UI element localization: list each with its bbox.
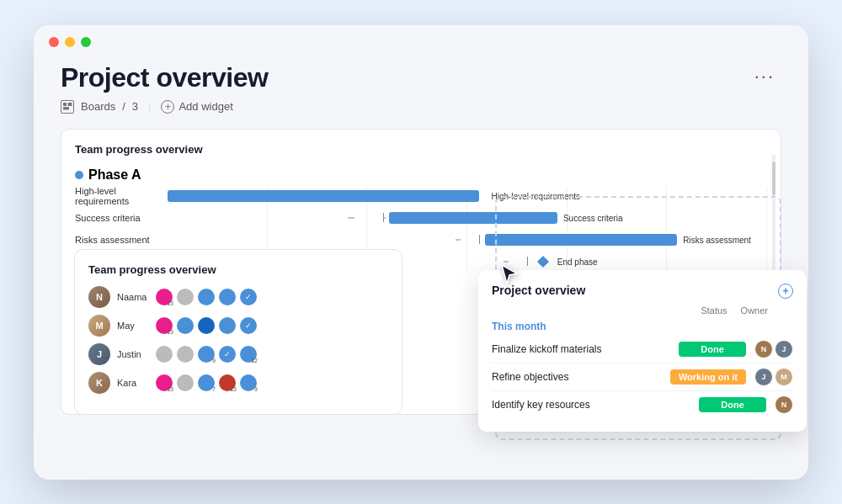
gantt-area-sc: Success criteria — [168, 209, 767, 227]
owner-avatar-1a: N — [754, 340, 773, 358]
owner-col-label: Owner — [741, 305, 768, 316]
gantt-bar-ra — [485, 234, 677, 246]
gantt-bar-text-ra: Risks assessment — [683, 235, 751, 244]
task-name-3: Identify key resources — [492, 399, 699, 411]
progress-title: Team progress overview — [88, 263, 388, 276]
dot-gray-2 — [156, 346, 173, 363]
dot-count-1: 12 — [240, 346, 257, 363]
owner-avatar-2a: J — [754, 368, 773, 386]
phase-a-label: Phase A — [75, 166, 767, 184]
add-widget-label: Add widget — [179, 100, 232, 113]
progress-widget: Team progress overview N Naama 13 ✓ M — [74, 249, 402, 415]
task-row-1: Finalize kickoff materials Done N J — [492, 336, 793, 363]
dot-blue-5: 9 — [198, 346, 215, 363]
scrollbar-thumb[interactable] — [772, 162, 775, 195]
dot-check-3: ✓ — [219, 346, 236, 363]
dot-red[interactable] — [49, 37, 59, 47]
more-button[interactable]: ··· — [748, 62, 781, 91]
add-circle-icon: + — [161, 100, 174, 114]
owner-avatar-2b: M — [775, 368, 793, 386]
user-name-kara: Kara — [117, 378, 149, 388]
svg-rect-2 — [63, 107, 69, 110]
task-name-1: Finalize kickoff materials — [492, 343, 679, 355]
task-row-3: Identify key resources Done N — [492, 391, 793, 418]
status-badge-2: Working on it — [670, 369, 746, 385]
dot-blue-3 — [177, 317, 194, 334]
phase-a-dot — [75, 171, 83, 179]
dot-pink-1: 13 — [156, 289, 173, 305]
gantt-label-hlr: High-level requirements — [75, 186, 168, 206]
card-title: Project overview — [492, 284, 793, 297]
card-header-row: Status Owner — [492, 305, 793, 316]
dot-blue-1 — [198, 289, 215, 305]
gantt-area-ra: Risks assessment — [168, 231, 767, 249]
plus-circle-button[interactable]: + — [778, 284, 793, 299]
dots-kara: 13 7 13 9 — [156, 374, 388, 391]
avatar-naama: N — [88, 286, 110, 308]
dot-pink-3: 13 — [156, 374, 173, 391]
widgets-area: Team progress overview Phase A — [61, 129, 781, 415]
dot-blue-4 — [219, 317, 236, 334]
avatar-may: M — [88, 315, 110, 337]
svg-rect-1 — [67, 103, 72, 106]
status-col-label: Status — [701, 305, 727, 316]
svg-rect-0 — [63, 103, 67, 106]
page-content: Project overview ··· Boards / 3 | + Add … — [34, 47, 808, 435]
owner-avatar-1b: J — [775, 340, 793, 358]
dot-gray-1 — [177, 289, 194, 305]
dot-blue-2 — [219, 289, 236, 305]
task-name-2: Refine objectives — [492, 371, 670, 383]
progress-row-kara: K Kara 13 7 13 9 — [88, 372, 388, 394]
cursor-pointer — [500, 263, 520, 287]
breadcrumb: Boards / 3 | + Add widget — [61, 100, 781, 114]
owner-avatars-3: N — [775, 395, 793, 414]
dot-pink-2: 13 — [156, 317, 173, 334]
dot-yellow[interactable] — [65, 37, 75, 47]
phase-a-text: Phase A — [88, 167, 141, 183]
page-header: Project overview ··· — [61, 62, 781, 93]
status-badge-3: Done — [699, 397, 766, 412]
boards-number: 3 — [132, 100, 138, 113]
dot-red-1: 13 — [219, 374, 236, 391]
gantt-row-ra: Risks assessment Risks assessment — [75, 231, 767, 249]
dot-gray-4 — [177, 374, 194, 391]
gantt-bar-text-ep: End phase — [557, 257, 598, 266]
gantt-bar-hlr — [168, 190, 479, 202]
gantt-label-sc: Success criteria — [75, 213, 168, 223]
dot-gray-3 — [177, 346, 194, 363]
user-name-may: May — [117, 321, 149, 331]
dots-naama: 13 ✓ — [156, 289, 388, 305]
gantt-diamond-ep — [537, 255, 549, 267]
user-name-naama: Naama — [117, 292, 149, 302]
page-title: Project overview — [61, 62, 268, 93]
dots-may: 13 ✓ — [156, 317, 388, 334]
add-widget-button[interactable]: + Add widget — [161, 100, 232, 114]
dot-blue-6: 7 — [198, 374, 215, 391]
gantt-bar-text-sc: Success criteria — [563, 213, 623, 222]
owner-avatar-3a: N — [775, 395, 793, 414]
gantt-row-hlr: High-level requirements High-level requi… — [75, 187, 767, 205]
breadcrumb-slash: / — [122, 100, 125, 113]
gantt-bar-text-hlr: High-level requirements — [491, 191, 580, 200]
gantt-row-sc: Success criteria Success criteria — [75, 209, 767, 227]
progress-row-naama: N Naama 13 ✓ — [88, 286, 388, 308]
avatar-kara: K — [88, 372, 110, 394]
boards-label[interactable]: Boards — [81, 100, 115, 113]
avatar-justin: J — [88, 343, 110, 365]
dot-check-2: ✓ — [240, 317, 257, 334]
owner-avatars-2: J M — [754, 368, 793, 386]
boards-icon — [61, 100, 74, 114]
titlebar — [34, 25, 808, 47]
dot-darkblue-1 — [198, 317, 215, 334]
gantt-area-hlr: High-level requirements — [168, 187, 767, 205]
progress-row-justin: J Justin 9 ✓ 12 — [88, 343, 388, 365]
dot-blue-7: 9 — [240, 374, 257, 391]
gantt-label-ra: Risks assessment — [75, 235, 168, 245]
dot-green[interactable] — [81, 37, 91, 47]
app-window: Project overview ··· Boards / 3 | + Add … — [34, 25, 808, 480]
status-badge-1: Done — [679, 342, 746, 357]
project-overview-card: Project overview Status Owner + This mon… — [478, 270, 807, 432]
task-row-2: Refine objectives Working on it J M — [492, 363, 793, 391]
user-name-justin: Justin — [117, 349, 149, 359]
dots-justin: 9 ✓ 12 — [156, 346, 388, 363]
